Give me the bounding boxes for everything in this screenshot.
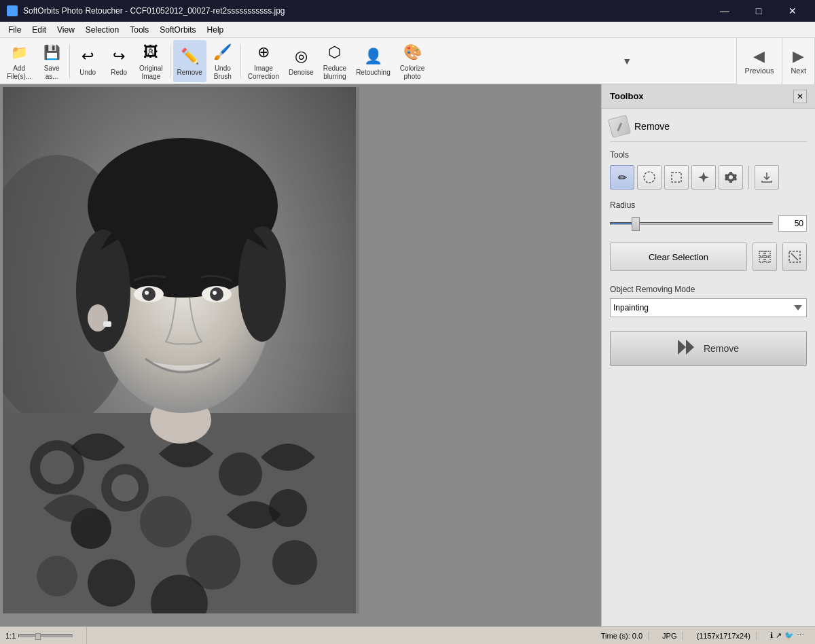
toolbar-original-image[interactable]: 🖼 OriginalImage <box>135 40 166 82</box>
rect-select-tool-button[interactable] <box>664 165 689 190</box>
undo-label: Undo <box>79 69 96 77</box>
maximize-button[interactable]: □ <box>743 0 774 22</box>
svg-point-16 <box>37 556 77 596</box>
circle-select-tool-button[interactable] <box>637 165 662 190</box>
toolbar-dropdown-arrow[interactable]: ▼ <box>622 56 632 67</box>
tools-row: ✏ <box>610 165 807 190</box>
toolbar-redo[interactable]: ↪ Redo <box>104 40 134 82</box>
save-as-label: Saveas... <box>44 65 60 81</box>
svg-point-33 <box>644 172 655 183</box>
retouching-label: Retouching <box>356 69 391 77</box>
radius-slider-track <box>610 222 773 225</box>
import-tool-button[interactable] <box>755 165 779 190</box>
menu-tools[interactable]: Tools <box>124 24 154 36</box>
original-image-icon: 🖼 <box>140 41 162 63</box>
status-icons: ℹ ↗ 🐦 ⋯ <box>765 631 810 640</box>
menu-softorbits[interactable]: SoftOrbits <box>154 24 201 36</box>
action-buttons-row: Clear Selection <box>610 243 807 271</box>
colorize-photo-label: Colorizephoto <box>400 65 425 81</box>
toolbar-undo-brush[interactable]: 🖌️ UndoBrush <box>208 40 238 82</box>
magic-select-tool-button[interactable] <box>691 165 716 190</box>
add-file-label: AddFile(s)... <box>7 65 31 81</box>
status-zoom-level: 1:1 <box>5 632 16 640</box>
svg-rect-31 <box>103 321 111 327</box>
svg-point-30 <box>88 304 108 332</box>
svg-point-11 <box>219 452 262 496</box>
share-icon[interactable]: ↗ <box>776 631 782 640</box>
status-time-section: Time (s): 0.0 <box>596 632 649 640</box>
window-title: SoftOrbits Photo Retoucher - CCF01052012… <box>23 6 285 16</box>
menu-edit[interactable]: Edit <box>26 24 52 36</box>
svg-marker-42 <box>686 340 694 355</box>
menu-file[interactable]: File <box>3 24 26 36</box>
toolbar-add-file[interactable]: 📁 AddFile(s)... <box>3 40 35 82</box>
deselect-button[interactable] <box>782 243 807 271</box>
svg-marker-41 <box>678 340 686 355</box>
menu-bar: File Edit View Selection Tools SoftOrbit… <box>0 22 815 38</box>
status-format: JPG <box>657 632 683 640</box>
next-button[interactable]: ▶ Next <box>782 38 815 84</box>
save-as-icon: 💾 <box>41 41 62 63</box>
mode-select[interactable]: Inpainting Content-Aware Fill Stretch <box>610 298 807 317</box>
toolbar-save-as[interactable]: 💾 Saveas... <box>37 40 67 82</box>
close-button[interactable]: ✕ <box>777 0 808 22</box>
toolbox-panel: Toolbox ✕ Remove Tools ✏ <box>601 84 815 626</box>
toolbox-close-button[interactable]: ✕ <box>793 90 807 103</box>
reduce-blurring-label: Reduceblurring <box>323 65 346 81</box>
status-time-value: 0.0 <box>632 632 642 640</box>
original-image-label: OriginalImage <box>139 65 162 81</box>
denoise-icon: ◎ <box>290 46 312 67</box>
pencil-tool-button[interactable]: ✏ <box>610 165 634 190</box>
app-icon <box>7 5 18 16</box>
extra-icon[interactable]: ⋯ <box>797 631 804 640</box>
svg-rect-37 <box>759 257 764 262</box>
tool-section-name: Remove <box>634 121 670 132</box>
clear-selection-button[interactable]: Clear Selection <box>610 243 747 271</box>
add-file-icon: 📁 <box>8 41 30 63</box>
canvas-area[interactable] <box>0 84 601 626</box>
select-all-button[interactable] <box>753 243 777 271</box>
toolbar-separator-1 <box>69 44 70 78</box>
previous-icon: ◀ <box>753 48 765 65</box>
tools-label: Tools <box>610 150 807 160</box>
mode-section: Object Removing Mode Inpainting Content-… <box>610 285 807 317</box>
image-container <box>3 87 359 613</box>
toolbar-undo[interactable]: ↩ Undo <box>73 40 103 82</box>
undo-brush-icon: 🖌️ <box>212 41 234 63</box>
settings-tool-button[interactable] <box>719 165 743 190</box>
remove-action-button[interactable]: Remove <box>610 331 807 366</box>
photo-display[interactable] <box>3 87 359 613</box>
twitter-icon[interactable]: 🐦 <box>784 631 794 640</box>
toolbar-retouching[interactable]: 👤 Retouching <box>352 40 395 82</box>
remove-action-icon <box>678 340 697 358</box>
menu-selection[interactable]: Selection <box>80 24 124 36</box>
main-content: Toolbox ✕ Remove Tools ✏ <box>0 84 815 626</box>
mode-label: Object Removing Mode <box>610 285 807 294</box>
radius-value[interactable]: 50 <box>778 215 807 232</box>
retouching-icon: 👤 <box>362 46 384 67</box>
remove-action-label: Remove <box>704 343 739 354</box>
radius-row: 50 <box>610 215 807 232</box>
toolbar-colorize-photo[interactable]: 🎨 Colorizephoto <box>396 40 429 82</box>
next-label: Next <box>791 67 806 75</box>
radius-slider-thumb[interactable] <box>632 217 640 231</box>
tool-section-header: Remove <box>610 117 807 142</box>
redo-icon: ↪ <box>108 46 130 67</box>
status-dimensions: (1157x1717x24) <box>691 632 757 640</box>
tools-separator <box>748 166 749 189</box>
menu-help[interactable]: Help <box>202 24 230 36</box>
previous-button[interactable]: ◀ Previous <box>737 38 783 84</box>
toolbar-image-correction[interactable]: ⊕ ImageCorrection <box>244 40 283 82</box>
svg-point-26 <box>142 287 156 301</box>
radius-slider-container[interactable] <box>610 217 773 230</box>
toolbar-denoise[interactable]: ◎ Denoise <box>285 40 318 82</box>
minimize-button[interactable]: — <box>709 0 740 22</box>
toolbar-reduce-blurring[interactable]: ⬡ Reduceblurring <box>319 40 350 82</box>
status-slider-mini[interactable] <box>18 634 73 637</box>
svg-point-15 <box>272 540 317 585</box>
toolbar-remove[interactable]: ✏️ Remove <box>173 40 206 82</box>
info-icon[interactable]: ℹ <box>770 631 773 640</box>
image-correction-label: ImageCorrection <box>248 65 279 81</box>
svg-point-6 <box>40 450 74 484</box>
menu-view[interactable]: View <box>52 24 80 36</box>
